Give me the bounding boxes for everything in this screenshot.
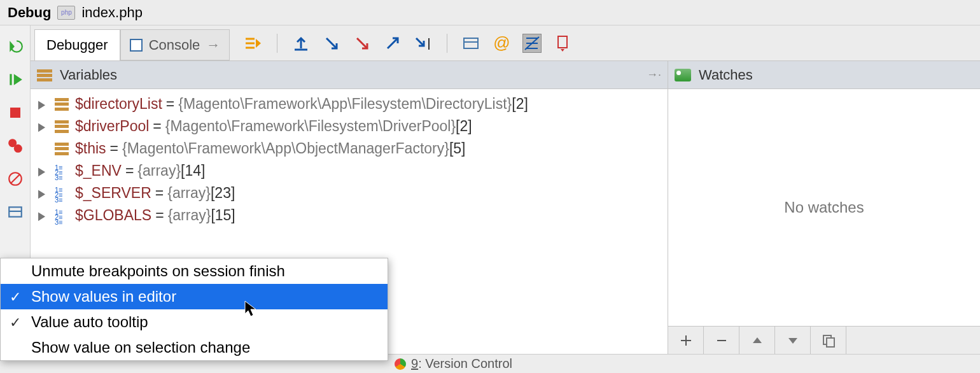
watches-body: No watches: [668, 89, 980, 326]
menu-item[interactable]: ✓Value auto tooltip: [1, 309, 388, 335]
add-watch-button[interactable]: [668, 327, 704, 354]
layout-icon[interactable]: [6, 202, 25, 222]
console-pin-icon[interactable]: →: [206, 37, 220, 53]
variable-value: {Magento\Framework\App\Filesystem\Direct…: [178, 95, 512, 113]
move-down-button[interactable]: [775, 327, 811, 354]
step-out-icon[interactable]: [383, 34, 402, 53]
variable-count: [14]: [181, 162, 205, 179]
variable-count: [23]: [211, 185, 235, 202]
svg-rect-15: [37, 74, 52, 77]
svg-rect-10: [464, 38, 478, 48]
menu-item[interactable]: ✓Show values in editor: [1, 284, 388, 309]
variable-name: $GLOBALS: [75, 207, 151, 224]
variable-value: {array}: [167, 185, 211, 202]
step-toolbar: @: [230, 25, 572, 60]
tab-debugger[interactable]: Debugger: [34, 29, 120, 60]
variables-title: Variables: [60, 67, 117, 83]
variable-row[interactable]: $this = {Magento\Framework\App\ObjectMan…: [31, 137, 668, 160]
variable-name: $driverPool: [75, 118, 149, 135]
watches-title: Watches: [699, 67, 753, 83]
svg-rect-13: [558, 36, 567, 48]
evaluate-expression-icon[interactable]: [461, 34, 480, 53]
array-icon: 1≡2≡3≡: [55, 165, 69, 178]
svg-point-3: [13, 144, 22, 153]
svg-rect-21: [827, 338, 834, 347]
expand-arrow-icon[interactable]: ▶: [38, 209, 47, 223]
check-icon: ✓: [10, 314, 21, 331]
object-icon: [55, 120, 69, 133]
tab-console-label: Console: [149, 37, 200, 53]
variable-name: $directoryList: [75, 95, 162, 113]
expand-arrow-icon[interactable]: ▶: [38, 164, 47, 178]
resume-icon[interactable]: [6, 70, 25, 89]
equals-sign: =: [155, 207, 164, 224]
step-over-icon[interactable]: [291, 34, 311, 53]
vc-label: : Version Control: [418, 356, 512, 370]
variables-header-icon: [37, 69, 52, 81]
expand-arrow-icon[interactable]: ▶: [38, 120, 47, 134]
variable-row[interactable]: ▶$directoryList = {Magento\Framework\App…: [31, 93, 668, 115]
rerun-icon[interactable]: [6, 37, 25, 56]
watches-header: Watches: [668, 61, 980, 89]
menu-item[interactable]: Unmute breakpoints on session finish: [1, 258, 388, 284]
menu-item-label: Show values in editor: [31, 288, 176, 305]
mute-breakpoints-icon[interactable]: [6, 169, 25, 188]
version-control-button[interactable]: 9: Version Control: [411, 356, 512, 371]
vc-mnemonic: 9: [411, 356, 418, 370]
svg-line-5: [10, 174, 20, 183]
file-name: index.php: [81, 4, 142, 21]
svg-rect-0: [10, 74, 11, 85]
debug-toolbar: Debugger Console →: [31, 25, 980, 61]
breakpoints-icon[interactable]: [6, 136, 25, 155]
step-into-icon[interactable]: [322, 34, 341, 53]
equals-sign: =: [166, 95, 174, 113]
show-execution-point-icon[interactable]: [244, 34, 263, 53]
array-icon: 1≡2≡3≡: [55, 209, 69, 222]
console-icon: [130, 39, 143, 52]
copy-watches-button[interactable]: [811, 327, 846, 354]
version-control-icon: [395, 358, 406, 370]
equals-sign: =: [110, 140, 118, 157]
equals-sign: =: [153, 118, 161, 135]
expand-arrow-icon[interactable]: ▶: [38, 97, 47, 111]
variable-name: $this: [75, 140, 106, 157]
run-to-cursor-icon[interactable]: [414, 34, 433, 53]
object-icon: [55, 98, 69, 111]
expand-arrow-icon[interactable]: ▶: [38, 186, 47, 201]
remove-watch-button[interactable]: [704, 327, 739, 354]
variable-row[interactable]: ▶1≡2≡3≡$_ENV = {array} [14]: [31, 160, 668, 182]
variable-count: [5]: [449, 140, 466, 157]
variable-row[interactable]: ▶$driverPool = {Magento\Framework\Filesy…: [31, 115, 668, 137]
separator: [447, 34, 447, 53]
variable-count: [15]: [211, 207, 235, 224]
watches-toolbar: [668, 326, 980, 354]
variable-value: {array}: [168, 207, 211, 224]
php-file-icon: php: [57, 6, 75, 20]
menu-item[interactable]: Show value on selection change: [1, 335, 388, 360]
variable-name: $_ENV: [75, 162, 122, 179]
svg-rect-16: [37, 78, 52, 81]
object-icon: [55, 143, 69, 155]
svg-rect-1: [10, 108, 20, 118]
at-icon[interactable]: @: [492, 34, 511, 53]
variables-header: Variables →·: [31, 61, 668, 89]
tab-console[interactable]: Console →: [120, 29, 230, 60]
debug-section-label: Debug: [8, 4, 51, 21]
settings-toggle-icon[interactable]: [522, 34, 542, 53]
variable-row[interactable]: ▶1≡2≡3≡$_SERVER = {array} [23]: [31, 182, 668, 204]
variable-value: {Magento\Framework\App\ObjectManagerFact…: [122, 140, 449, 157]
variable-value: {Magento\Framework\Filesystem\DriverPool…: [165, 118, 456, 135]
force-step-into-icon[interactable]: [353, 34, 372, 53]
variable-count: [2]: [512, 95, 528, 113]
variables-header-arrow-icon[interactable]: →·: [647, 68, 661, 81]
watches-header-icon: [675, 69, 691, 81]
menu-item-label: Show value on selection change: [31, 339, 250, 356]
debug-settings-menu[interactable]: Unmute breakpoints on session finish✓Sho…: [0, 258, 388, 361]
variable-count: [2]: [456, 118, 472, 135]
menu-item-label: Unmute breakpoints on session finish: [31, 262, 285, 279]
pin-tab-icon[interactable]: [553, 34, 572, 53]
variable-row[interactable]: ▶1≡2≡3≡$GLOBALS = {array} [15]: [31, 204, 668, 227]
stop-icon[interactable]: [6, 103, 25, 122]
equals-sign: =: [155, 185, 164, 202]
move-up-button[interactable]: [739, 327, 775, 354]
